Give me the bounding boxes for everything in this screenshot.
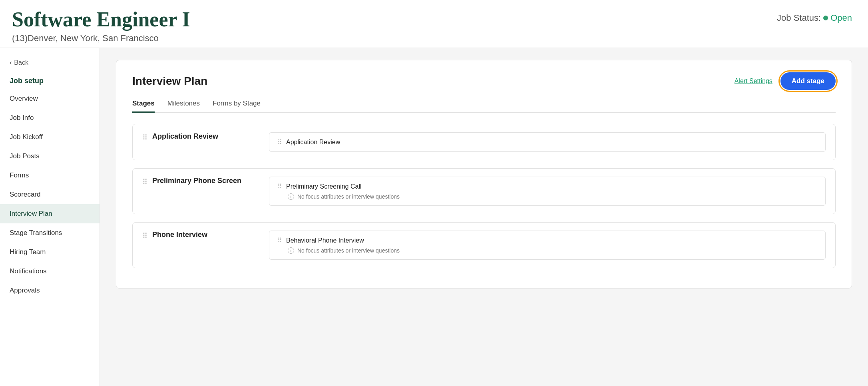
sidebar-item-label: Forms: [10, 171, 29, 179]
interview-plan-panel: Interview Plan Alert Settings Add stage …: [116, 60, 852, 289]
sidebar-item-overview[interactable]: Overview: [0, 89, 100, 108]
stage-header: ⠿ Phone Interview ⠿ Behavioral Phone Int…: [142, 231, 826, 260]
sidebar-item-label: Job Info: [10, 114, 34, 121]
sidebar-item-notifications[interactable]: Notifications: [0, 262, 100, 281]
sidebar-item-stage-transitions[interactable]: Stage Transitions: [0, 223, 100, 243]
stage-section-preliminary-phone-screen: ⠿ Preliminary Phone Screen ⠿ Preliminary…: [132, 168, 836, 214]
stage-item-card: ⠿ Behavioral Phone Interview i No focus …: [269, 231, 826, 260]
sidebar-item-interview-plan[interactable]: Interview Plan: [0, 204, 100, 223]
tab-stages[interactable]: Stages: [132, 99, 155, 113]
sidebar-item-job-kickoff[interactable]: Job Kickoff: [0, 127, 100, 147]
sidebar-item-label: Notifications: [10, 267, 47, 275]
tab-milestones[interactable]: Milestones: [167, 99, 200, 113]
sidebar-item-label: Job Kickoff: [10, 133, 43, 141]
page-header: Software Engineer I (13)Denver, New York…: [0, 0, 868, 48]
item-sub: i No focus attributes or interview quest…: [277, 193, 817, 200]
stage-section-application-review: ⠿ Application Review ⠿ Application Revie…: [132, 124, 836, 160]
job-status-value: Open: [830, 13, 852, 23]
stage-items: ⠿ Behavioral Phone Interview i No focus …: [269, 231, 826, 260]
stage-header: ⠿ Application Review ⠿ Application Revie…: [142, 132, 826, 152]
sidebar-item-label: Overview: [10, 95, 38, 102]
item-drag-handle-icon[interactable]: ⠿: [277, 138, 282, 146]
job-title: Software Engineer I: [12, 8, 190, 31]
sidebar-section-title: Job setup: [0, 73, 100, 89]
stage-name: Phone Interview: [152, 231, 264, 239]
sidebar-item-label: Interview Plan: [10, 210, 52, 217]
sidebar-item-hiring-team[interactable]: Hiring Team: [0, 243, 100, 262]
job-status-label: Job Status:: [777, 13, 821, 23]
sidebar-item-scorecard[interactable]: Scorecard: [0, 185, 100, 204]
back-button[interactable]: ‹ Back: [0, 56, 100, 73]
stage-name: Application Review: [152, 132, 264, 141]
job-status: Job Status: Open: [777, 8, 852, 23]
sidebar-item-label: Job Posts: [10, 152, 40, 160]
stage-section-phone-interview: ⠿ Phone Interview ⠿ Behavioral Phone Int…: [132, 222, 836, 268]
sidebar-item-label: Approvals: [10, 287, 40, 294]
status-dot-icon: [823, 16, 828, 20]
stage-item-card: ⠿ Preliminary Screening Call i No focus …: [269, 177, 826, 206]
sidebar-item-job-posts[interactable]: Job Posts: [0, 147, 100, 166]
panel-actions: Alert Settings Add stage: [735, 72, 836, 90]
info-icon: i: [288, 247, 294, 254]
tabs: Stages Milestones Forms by Stage: [132, 99, 836, 113]
sidebar-item-job-info[interactable]: Job Info: [0, 108, 100, 127]
stage-header: ⠿ Preliminary Phone Screen ⠿ Preliminary…: [142, 177, 826, 206]
item-name: Application Review: [286, 139, 340, 146]
sidebar-item-label: Stage Transitions: [10, 229, 62, 237]
sidebar-item-label: Hiring Team: [10, 248, 46, 256]
item-drag-handle-icon[interactable]: ⠿: [277, 237, 282, 244]
panel-title: Interview Plan: [132, 75, 207, 88]
stage-item-row: ⠿ Preliminary Screening Call: [277, 183, 817, 190]
stage-item-row: ⠿ Behavioral Phone Interview: [277, 237, 817, 244]
info-icon: i: [288, 193, 294, 200]
stage-drag-handle-icon[interactable]: ⠿: [142, 133, 147, 142]
sidebar-item-label: Scorecard: [10, 191, 40, 198]
back-label: Back: [14, 59, 28, 66]
item-sub-text: No focus attributes or interview questio…: [297, 193, 400, 200]
main-layout: ‹ Back Job setup Overview Job Info Job K…: [0, 48, 868, 386]
stage-items: ⠿ Preliminary Screening Call i No focus …: [269, 177, 826, 206]
stage-item-card: ⠿ Application Review: [269, 132, 826, 152]
item-sub: i No focus attributes or interview quest…: [277, 247, 817, 254]
page-wrapper: Software Engineer I (13)Denver, New York…: [0, 0, 868, 386]
job-subtitle: (13)Denver, New York, San Francisco: [12, 33, 190, 44]
item-name: Behavioral Phone Interview: [286, 237, 364, 244]
content-area: Interview Plan Alert Settings Add stage …: [100, 48, 868, 386]
alert-settings-link[interactable]: Alert Settings: [735, 78, 772, 85]
panel-header: Interview Plan Alert Settings Add stage: [132, 72, 836, 90]
stage-items: ⠿ Application Review: [269, 132, 826, 152]
sidebar-item-approvals[interactable]: Approvals: [0, 281, 100, 300]
stage-drag-handle-icon[interactable]: ⠿: [142, 231, 147, 240]
sidebar-item-forms[interactable]: Forms: [0, 166, 100, 185]
sidebar: ‹ Back Job setup Overview Job Info Job K…: [0, 48, 100, 386]
stage-name: Preliminary Phone Screen: [152, 177, 264, 185]
add-stage-button[interactable]: Add stage: [780, 72, 836, 90]
item-drag-handle-icon[interactable]: ⠿: [277, 183, 282, 190]
stage-drag-handle-icon[interactable]: ⠿: [142, 177, 147, 186]
tab-forms-by-stage[interactable]: Forms by Stage: [213, 99, 261, 113]
item-name: Preliminary Screening Call: [286, 183, 362, 190]
back-arrow-icon: ‹: [10, 59, 12, 66]
header-left: Software Engineer I (13)Denver, New York…: [12, 8, 190, 44]
item-sub-text: No focus attributes or interview questio…: [297, 247, 400, 254]
stage-item-row: ⠿ Application Review: [277, 138, 817, 146]
